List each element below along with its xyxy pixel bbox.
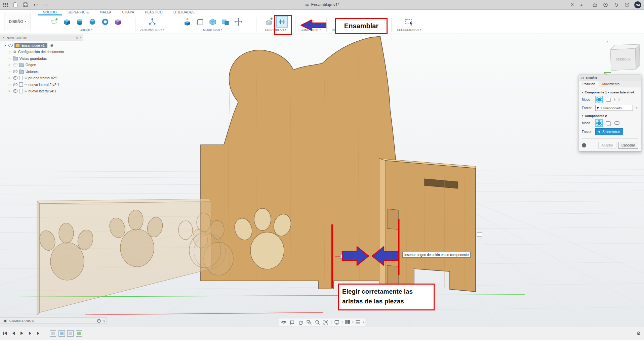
undo-icon[interactable]: ↩ (32, 1, 39, 8)
viewports-icon[interactable] (354, 319, 362, 326)
visibility-eye-icon[interactable] (13, 70, 17, 73)
display-settings-icon[interactable] (333, 319, 340, 326)
close-tab-icon[interactable]: × (571, 2, 574, 8)
new-component-icon[interactable] (264, 16, 274, 27)
disclosure-icon[interactable]: ▷ (9, 83, 11, 86)
chevron-down-icon[interactable]: ▾ (341, 321, 343, 324)
visibility-eye-icon[interactable] (13, 76, 17, 80)
timeline-gear-icon[interactable]: ⚙ (636, 331, 641, 336)
free-orbit-icon[interactable] (280, 319, 287, 326)
root-selection-highlight[interactable]: Ensamblaje v1 (14, 43, 47, 48)
cancel-button[interactable]: Cancelar (618, 142, 638, 148)
group-label-modificar[interactable]: MODIFICAR (203, 28, 220, 32)
disclosure-icon[interactable]: ▷ (9, 63, 11, 66)
tab-movimiento[interactable]: Movimiento (599, 81, 623, 87)
mode-between-icon[interactable] (613, 96, 620, 103)
press-pull-icon[interactable] (182, 16, 193, 27)
select-icon[interactable] (404, 16, 414, 27)
help-icon[interactable]: ? (623, 1, 630, 8)
info-icon[interactable] (582, 143, 586, 147)
fit-view-icon[interactable] (322, 319, 329, 326)
app-grid-icon[interactable] (2, 1, 9, 8)
group-label-seleccionar[interactable]: SELECCIONAR (397, 28, 419, 32)
skip-start-icon[interactable] (3, 331, 7, 336)
timeline-feature-icon[interactable] (76, 330, 82, 337)
target-icon[interactable]: ⊙ (96, 317, 101, 324)
move-icon[interactable] (233, 16, 244, 27)
visibility-eye-icon[interactable] (13, 83, 17, 86)
tab-malla[interactable]: MALLA (94, 9, 117, 15)
mode-between-icon[interactable] (613, 120, 620, 126)
document-tab[interactable]: Ensamblaje v1* (305, 0, 339, 9)
component1-section-header[interactable]: ▾ Componente 1 - nuevo lateral v4 (582, 90, 638, 94)
tree-row-component-3[interactable]: ▷ ∞ nuevo lateral v4:1 (0, 88, 83, 95)
play-icon[interactable] (19, 331, 24, 336)
skip-end-icon[interactable] (36, 331, 41, 336)
tree-row-component-1[interactable]: ▷ ∞ prueba frontal v2:1 (0, 75, 83, 82)
create-torus-icon[interactable] (100, 16, 111, 27)
mode-planar-icon[interactable] (605, 120, 611, 126)
tab-plastico[interactable]: PLÁSTICO (139, 9, 168, 15)
disclosure-icon[interactable]: ▷ (9, 57, 11, 60)
tree-row-component-2[interactable]: ▷ ∞ nuevo lateral 2 v2:1 (0, 81, 83, 88)
chevron-down-icon[interactable]: ▾ (363, 321, 364, 324)
tab-posicion[interactable]: Posición (579, 81, 599, 87)
target-icon[interactable]: ⊙ (76, 36, 78, 39)
component1-selection-box[interactable]: 1 seleccionado (595, 105, 633, 111)
disclosure-icon[interactable]: ▷ (9, 77, 11, 79)
visibility-eye-icon[interactable] (13, 89, 17, 93)
mode-simple-icon[interactable] (595, 96, 603, 103)
shell-icon[interactable] (207, 16, 218, 27)
zoom-icon[interactable] (314, 319, 321, 326)
grid-settings-icon[interactable] (344, 319, 351, 326)
group-label-crear[interactable]: CREAR (80, 28, 90, 32)
union-dialog-header[interactable]: ⊙ UNIÓN (579, 75, 641, 81)
combine-icon[interactable] (220, 16, 231, 27)
record-icon[interactable]: ◉ (50, 43, 53, 47)
joint-origin-marker-2[interactable] (477, 232, 482, 237)
panel-collapse-icon[interactable]: ◄ (2, 318, 7, 324)
step-back-icon[interactable] (11, 331, 16, 336)
pan-icon[interactable] (297, 319, 304, 326)
tree-row-document-settings[interactable]: ▷ ⚙ Configuración del documento (0, 49, 83, 55)
tree-row-joints[interactable]: ▷ Uniones (0, 68, 83, 75)
visibility-eye-icon[interactable] (8, 44, 13, 47)
panel-collapse-icon[interactable]: ◄ (2, 36, 5, 39)
workspace-selector[interactable]: DISEÑO ▾ (4, 13, 31, 30)
timeline-feature-icon[interactable] (58, 330, 65, 337)
timeline-feature-icon[interactable] (67, 330, 74, 337)
create-sketch-icon[interactable] (49, 16, 59, 27)
redo-icon[interactable]: ↪ (42, 1, 49, 8)
tree-row-origin[interactable]: ▷ Origen (0, 62, 83, 69)
disclosure-open-icon[interactable]: ◢ (4, 44, 7, 47)
tree-row-saved-views[interactable]: ▷ Vistas guardadas (0, 55, 83, 62)
automate-icon[interactable] (147, 16, 158, 27)
zoom-window-icon[interactable] (305, 319, 313, 326)
look-at-icon[interactable] (288, 319, 296, 326)
visibility-eye-off-icon[interactable] (13, 63, 17, 67)
create-sphere-icon[interactable] (87, 16, 98, 27)
3d-viewport[interactable] (0, 34, 644, 327)
navigator-header[interactable]: ◄ NAVEGADOR ⊙ › (0, 35, 83, 41)
step-forward-icon[interactable] (28, 331, 33, 336)
tab-solido[interactable]: SOLIDO (38, 9, 62, 15)
create-cylinder-icon[interactable] (74, 16, 85, 27)
notification-bell-icon[interactable] (613, 1, 619, 8)
fillet-icon[interactable] (195, 16, 205, 27)
tab-utilidades[interactable]: UTILIDADES (168, 9, 200, 15)
disclosure-icon[interactable]: ▷ (9, 50, 11, 53)
new-tab-icon[interactable]: + (580, 2, 583, 8)
mode-planar-icon[interactable] (605, 96, 611, 103)
tree-row-root[interactable]: ◢ Ensamblaje v1 ◉ (0, 42, 83, 49)
file-menu-icon[interactable] (12, 1, 19, 8)
comments-panel-header[interactable]: ◄ COMENTARIOS ⊙ › (0, 317, 107, 324)
panel-grip-icon[interactable]: › (80, 36, 81, 39)
user-avatar[interactable]: NQ (634, 1, 641, 8)
accept-button[interactable]: Aceptar (598, 142, 616, 148)
view-cube[interactable]: Z DERECHA (600, 38, 642, 77)
clear-selection-icon[interactable]: × (635, 106, 638, 110)
panel-grip-icon[interactable]: › (103, 318, 105, 324)
timeline-feature-icon[interactable] (50, 330, 56, 337)
extensions-icon[interactable] (591, 1, 598, 8)
disclosure-icon[interactable]: ▷ (9, 90, 11, 92)
